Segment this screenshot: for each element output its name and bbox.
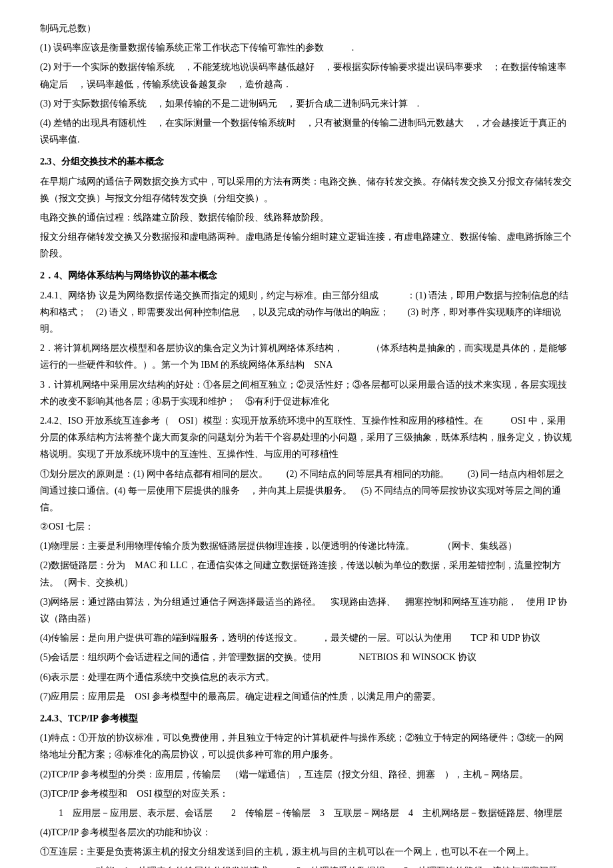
para-1: (1) 误码率应该是衡量数据传输系统正常工作状态下传输可靠性的参数 . xyxy=(40,39,573,56)
para-242: 2.4.2、ISO 开放系统互连参考（ OSI）模型：实现开放系统环境中的互联性… xyxy=(40,412,573,463)
para-interconnect-func: 功能：1．处理来自传输层的分组发送请求。 2．处理接受的数据报。 3．处理互连的… xyxy=(40,863,573,868)
para-6: 在早期广域网的通信子网数据交换方式中，可以采用的方法有两类：电路交换、储存转发交… xyxy=(40,173,573,207)
section-23: 2.3、分组交换技术的基本概念 xyxy=(40,153,573,170)
para-layer1: (1)物理层：主要是利用物理传输介质为数据链路层提供物理连接，以便透明的传递比特… xyxy=(40,538,573,554)
para-2: (2) 对于一个实际的数据传输系统 ，不能笼统地说误码率越低越好 ，要根据实际传… xyxy=(40,59,573,92)
para-tcpip-map: 1 应用层－应用层、表示层、会话层 2 传输层－传输层 3 互联层－网络层 4 … xyxy=(40,805,573,821)
para-12: 3．计算机网络中采用层次结构的好处：①各层之间相互独立；②灵活性好；③各层都可以… xyxy=(40,376,573,410)
para-241: 2.4.1、网络协 议是为网络数据传递交换而指定的规则，约定与标准。由三部分组成… xyxy=(40,287,573,338)
para-osi7: ②OSI 七层： xyxy=(40,518,573,535)
para-layer6: (6)表示层：处理在两个通信系统中交换信息的表示方式。 xyxy=(40,669,573,685)
para-layer2: (2)数据链路层：分为 MAC 和 LLC，在通信实体之间建立数据链路连接，传送… xyxy=(40,557,573,590)
para-tcpip2: (2)TCP/IP 参考模型的分类：应用层，传输层 （端一端通信），互连层（报文… xyxy=(40,766,573,783)
para-3: (3) 对于实际数据传输系统 ，如果传输的不是二进制码元 ，要折合成二进制码元来… xyxy=(40,95,573,112)
para-tcpip4: (4)TCP/IP 参考模型各层次的功能和协议： xyxy=(40,824,573,841)
para-layer-rule: ①划分层次的原则是：(1) 网中各结点都有相同的层次。 (2) 不同结点的同等层… xyxy=(40,466,573,516)
para-tcpip1: (1)特点：①开放的协议标准，可以免费使用，并且独立于特定的计算机硬件与操作系统… xyxy=(40,729,573,763)
content: 制码元总数） (1) 误码率应该是衡量数据传输系统正常工作状态下传输可靠性的参数… xyxy=(40,20,573,868)
para-8: 报文分组存储转发交换又分数据报和虚电路两种。虚电路是传输分组时建立逻辑连接，有虚… xyxy=(40,228,573,262)
para-0: 制码元总数） xyxy=(40,20,573,37)
para-interconnect: ①互连层：主要是负责将源主机的报文分组发送到目的主机，源主机与目的主机可以在一个… xyxy=(40,843,573,860)
section-24: 2．4、网络体系结构与网络协议的基本概念 xyxy=(40,267,573,284)
page: 制码元总数） (1) 误码率应该是衡量数据传输系统正常工作状态下传输可靠性的参数… xyxy=(0,0,613,868)
section-243: 2.4.3、TCP/IP 参考模型 xyxy=(40,710,573,727)
para-layer7: (7)应用层：应用层是 OSI 参考模型中的最高层。确定进程之间通信的性质，以满… xyxy=(40,688,573,705)
para-4: (4) 差错的出现具有随机性 ，在实际测量一个数据传输系统时 ，只有被测量的传输… xyxy=(40,115,573,148)
para-layer4: (4)传输层：是向用户提供可靠的端到端服务，透明的传送报文。 ，最关键的一层。可… xyxy=(40,630,573,646)
para-layer5: (5)会话层：组织两个会话进程之间的通信，并管理数据的交换。使用 NETBIOS… xyxy=(40,649,573,665)
para-tcpip3: (3)TCP/IP 参考模型和 OSI 模型的对应关系： xyxy=(40,785,573,802)
para-layer3: (3)网络层：通过路由算法，为分组通过通信子网选择最适当的路径。 实现路由选择、… xyxy=(40,594,573,627)
para-11: 2．将计算机网络层次模型和各层协议的集合定义为计算机网络体系结构， （体系结构是… xyxy=(40,340,573,373)
para-7: 电路交换的通信过程：线路建立阶段、数据传输阶段、线路释放阶段。 xyxy=(40,209,573,226)
